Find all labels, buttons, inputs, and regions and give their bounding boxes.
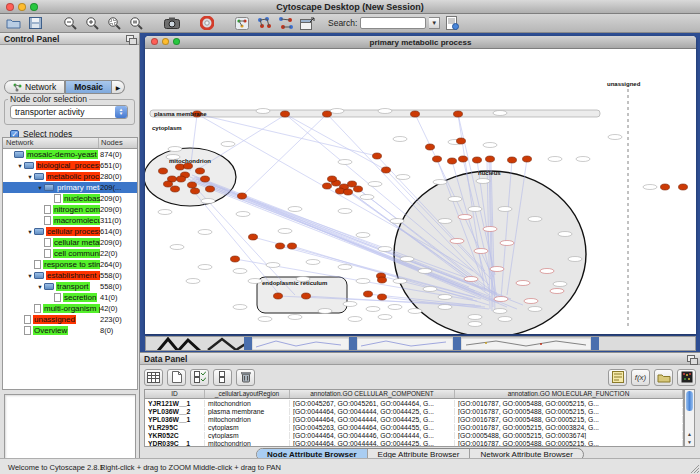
zoom-selected-icon[interactable] bbox=[105, 15, 124, 32]
network-node[interactable] bbox=[433, 156, 442, 162]
table-row[interactable]: YDR039C__1mitochondrion[GO:0044464, GO:0… bbox=[145, 439, 683, 447]
network-node[interactable] bbox=[426, 144, 435, 150]
network-node[interactable] bbox=[159, 168, 168, 174]
network-node[interactable] bbox=[249, 234, 258, 240]
column-header[interactable]: annotation.GO MOLECULAR_FUNCTION bbox=[455, 390, 683, 398]
network-node[interactable] bbox=[206, 186, 215, 192]
network-node[interactable] bbox=[344, 189, 353, 195]
network-node[interactable] bbox=[164, 181, 173, 187]
table-scrollbar[interactable]: ▲ ▼ bbox=[684, 389, 695, 447]
tree-header-nodes[interactable]: Nodes bbox=[99, 138, 137, 148]
new-attribute-icon[interactable] bbox=[167, 369, 186, 386]
network-node[interactable] bbox=[191, 188, 200, 194]
attribute-table[interactable]: ID_cellularLayoutRegionannotation.GO CEL… bbox=[144, 389, 684, 447]
network-node[interactable] bbox=[188, 182, 197, 188]
expand-arrow-icon[interactable]: ▼ bbox=[36, 284, 44, 290]
table-row[interactable]: YKR052Ccytoplasm[GO:0044464, GO:0044446,… bbox=[145, 431, 683, 439]
network-node[interactable] bbox=[288, 243, 297, 249]
expand-arrow-icon[interactable]: ▼ bbox=[36, 185, 44, 191]
network-node[interactable] bbox=[274, 293, 283, 299]
table-row[interactable]: YLR295Ccytoplasm[GO:0045263, GO:0044464,… bbox=[145, 423, 683, 431]
apply-style-icon[interactable] bbox=[276, 15, 295, 32]
float-window-icon[interactable] bbox=[298, 15, 317, 32]
scroll-up-icon[interactable]: ▲ bbox=[686, 430, 693, 438]
tree-row[interactable]: secretion41(0) bbox=[3, 292, 137, 303]
network-view-titlebar[interactable]: primary metabolic process bbox=[145, 36, 696, 49]
resize-grip[interactable] bbox=[689, 463, 699, 473]
snapshot-icon[interactable] bbox=[162, 15, 181, 32]
network-node[interactable] bbox=[176, 164, 185, 170]
open-file-icon[interactable] bbox=[4, 15, 23, 32]
zoom-fit-icon[interactable] bbox=[127, 15, 146, 32]
network-node[interactable] bbox=[454, 111, 463, 117]
tree-row[interactable]: cell communicat22(0) bbox=[3, 248, 137, 259]
expand-arrow-icon[interactable]: ▼ bbox=[26, 174, 34, 180]
attribute-editor-icon[interactable] bbox=[608, 369, 627, 386]
network-node[interactable] bbox=[323, 183, 332, 189]
tree-row[interactable]: ▼metabolic process280(0) bbox=[3, 171, 137, 182]
network-node[interactable] bbox=[448, 158, 457, 164]
tree-row[interactable]: nucleobase-209(0) bbox=[3, 193, 137, 204]
network-node[interactable] bbox=[336, 188, 345, 194]
tab-network[interactable]: Network bbox=[4, 80, 65, 94]
expand-arrow-icon[interactable]: ▼ bbox=[16, 163, 24, 169]
help-icon[interactable] bbox=[197, 15, 216, 32]
unselect-all-attributes-icon[interactable] bbox=[213, 369, 232, 386]
configure-search-icon[interactable] bbox=[443, 15, 462, 32]
network-node[interactable] bbox=[382, 167, 391, 173]
float-panel-icon[interactable] bbox=[126, 35, 135, 43]
tree-row[interactable]: unassigned223(0) bbox=[3, 314, 137, 325]
tree-row[interactable]: cellular metabol209(0) bbox=[3, 237, 137, 248]
scroll-down-icon[interactable]: ▼ bbox=[686, 438, 693, 446]
zoom-out-icon[interactable] bbox=[61, 15, 80, 32]
network-node[interactable] bbox=[378, 277, 387, 283]
tree-row[interactable]: response to stimul264(0) bbox=[3, 259, 137, 270]
tree-row[interactable]: ▼cellular process614(0) bbox=[3, 226, 137, 237]
tab-overflow-button[interactable]: ▶ bbox=[112, 80, 125, 94]
network-node[interactable] bbox=[457, 138, 466, 144]
search-dropdown-button[interactable]: ▼ bbox=[429, 17, 440, 29]
tree-row[interactable]: mosaic-demo-yeast874(0) bbox=[3, 149, 137, 160]
column-header[interactable]: ID bbox=[145, 390, 205, 398]
network-node[interactable] bbox=[201, 176, 210, 182]
column-header[interactable]: annotation.GO CELLULAR_COMPONENT bbox=[290, 390, 455, 398]
network-node[interactable] bbox=[171, 186, 180, 192]
scrollbar-thumb[interactable] bbox=[686, 391, 693, 411]
zoom-in-icon[interactable] bbox=[83, 15, 102, 32]
network-canvas[interactable]: plasma membrane cytoplasm mitochondrion … bbox=[145, 49, 696, 334]
network-node[interactable] bbox=[177, 176, 186, 182]
tree-row[interactable]: Overview8(0) bbox=[3, 325, 137, 336]
import-attributes-icon[interactable] bbox=[654, 369, 673, 386]
network-node[interactable] bbox=[679, 184, 688, 190]
network-node[interactable] bbox=[328, 176, 337, 182]
matrix-view-icon[interactable] bbox=[677, 369, 696, 386]
network-node[interactable] bbox=[486, 156, 495, 162]
table-row[interactable]: YPL036W__1mitochondrion[GO:0044464, GO:0… bbox=[145, 415, 683, 423]
network-node[interactable] bbox=[523, 156, 532, 162]
network-node[interactable] bbox=[348, 181, 357, 187]
column-header[interactable]: _cellularLayoutRegion bbox=[205, 390, 290, 398]
network-node[interactable] bbox=[231, 256, 240, 262]
expand-arrow-icon[interactable]: ▼ bbox=[26, 229, 34, 235]
network-node[interactable] bbox=[276, 243, 285, 249]
expand-arrow-icon[interactable]: ▼ bbox=[26, 273, 34, 279]
node-color-dropdown[interactable]: transporter activity ▲▼ bbox=[10, 105, 128, 119]
tree-row[interactable]: ▼biological_process651(0) bbox=[3, 160, 137, 171]
apply-layout-icon[interactable] bbox=[254, 15, 273, 32]
select-attributes-icon[interactable] bbox=[144, 369, 163, 386]
network-node[interactable] bbox=[473, 157, 482, 163]
tree-row[interactable]: ▼primary metabolic209(... bbox=[3, 182, 137, 193]
delete-attribute-icon[interactable] bbox=[236, 369, 255, 386]
network-node[interactable] bbox=[459, 156, 468, 162]
tree-row[interactable]: multi-organism pro42(0) bbox=[3, 303, 137, 314]
network-node[interactable] bbox=[238, 193, 247, 199]
network-node[interactable] bbox=[373, 153, 382, 159]
tree-row[interactable]: ▼transport558(0) bbox=[3, 281, 137, 292]
formula-builder-icon[interactable]: f(x) bbox=[631, 369, 650, 386]
search-input[interactable] bbox=[360, 17, 426, 29]
main-titlebar[interactable]: Cytoscape Desktop (New Session) bbox=[0, 0, 700, 14]
tree-row[interactable]: nitrogen compo209(0) bbox=[3, 204, 137, 215]
network-node[interactable] bbox=[378, 294, 387, 300]
view-settings-icon[interactable] bbox=[232, 15, 251, 32]
network-node[interactable] bbox=[364, 291, 373, 297]
